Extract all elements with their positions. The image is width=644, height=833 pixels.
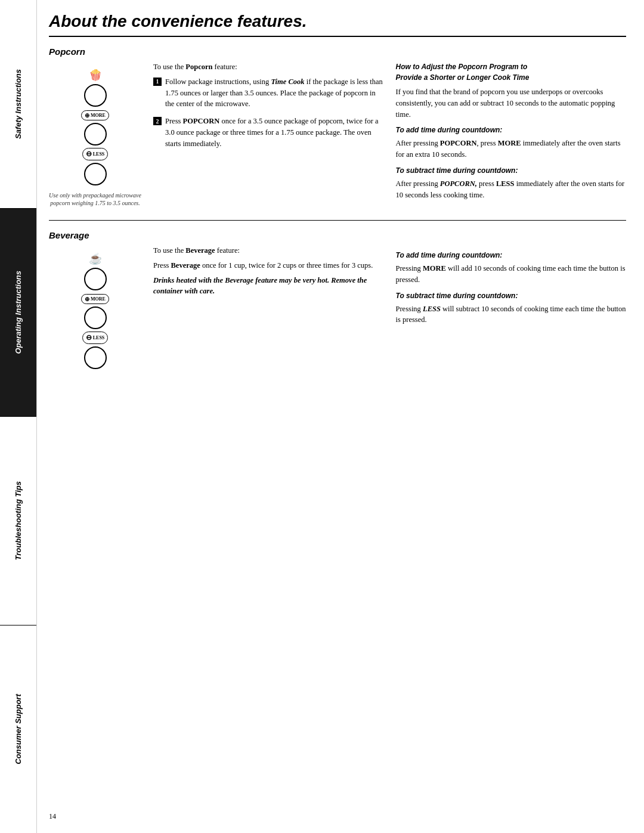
step2-text: Press POPCORN once for a 3.5 ounce packa… bbox=[165, 116, 384, 149]
beverage-middle-col: To use the Beverage feature: Press Bever… bbox=[153, 245, 384, 370]
sidebar-section-troubleshooting: Troubleshooting Tips bbox=[0, 417, 36, 625]
cup-symbol: ☕ bbox=[89, 252, 102, 265]
popcorn-symbol: 🍿 bbox=[89, 69, 102, 82]
beverage-subtract-heading: To subtract time during countdown: bbox=[396, 290, 627, 301]
sidebar-section-consumer: Consumer Support bbox=[0, 625, 36, 834]
popcorn-add-time-heading: To add time during countdown: bbox=[396, 125, 627, 135]
sidebar-section-safety: Safety Instructions bbox=[0, 0, 36, 209]
beverage-right-col: To add time during countdown: Pressing M… bbox=[396, 245, 627, 370]
page-number: 14 bbox=[49, 800, 626, 821]
section-divider bbox=[49, 220, 626, 221]
popcorn-add-time-text: After pressing POPCORN, press MORE immed… bbox=[396, 138, 627, 160]
beverage-warning: Drinks heated with the Beverage feature … bbox=[153, 275, 384, 298]
title-rule bbox=[49, 36, 626, 37]
beverage-more-circle bbox=[84, 306, 107, 329]
sidebar-label-operating: Operating Instructions bbox=[14, 271, 23, 354]
beverage-button-icon: ☕ bbox=[84, 252, 107, 292]
beverage-subtract-text: Pressing LESS will subtract 10 seconds o… bbox=[396, 304, 627, 326]
popcorn-step1: 1 Follow package instructions, using Tim… bbox=[153, 76, 384, 110]
beverage-usage: Press Beverage once for 1 cup, twice for… bbox=[153, 260, 384, 271]
beverage-add-time-text: Pressing MORE will add 10 seconds of coo… bbox=[396, 263, 627, 286]
sidebar-label-troubleshooting: Troubleshooting Tips bbox=[14, 481, 23, 560]
more-button: ⊕ MORE bbox=[81, 110, 109, 120]
popcorn-subtract-heading: To subtract time during countdown: bbox=[396, 165, 627, 176]
beverage-section: Beverage ☕ ⊕ MORE ⊖ LESS bbox=[49, 230, 626, 370]
beverage-intro: To use the Beverage feature: bbox=[153, 245, 384, 256]
step2-num: 2 bbox=[153, 117, 162, 125]
popcorn-step2: 2 Press POPCORN once for a 3.5 ounce pac… bbox=[153, 116, 384, 149]
popcorn-illustration: 🍿 ⊕ MORE ⊖ LESS Use only with prepackage… bbox=[49, 61, 141, 210]
page-title: About the convenience features. bbox=[49, 12, 626, 31]
popcorn-section: Popcorn 🍿 ⊕ MORE ⊖ LESS Use only wit bbox=[49, 47, 626, 210]
sidebar-label-safety: Safety Instructions bbox=[14, 69, 23, 139]
popcorn-right-col: How to Adjust the Popcorn Program to Pro… bbox=[396, 61, 627, 210]
beverage-illustration: ☕ ⊕ MORE ⊖ LESS bbox=[49, 245, 141, 370]
more-circle-btn bbox=[84, 123, 107, 145]
popcorn-circle-btn bbox=[84, 84, 107, 107]
popcorn-adjust-intro: If you find that the brand of popcorn yo… bbox=[396, 86, 627, 120]
popcorn-subtract-text: After pressing POPCORN, press LESS immed… bbox=[396, 178, 627, 201]
sidebar-label-consumer: Consumer Support bbox=[14, 694, 23, 764]
main-content: About the convenience features. Popcorn … bbox=[37, 0, 644, 833]
beverage-more-button: ⊕ MORE bbox=[81, 294, 109, 304]
beverage-less-button: ⊖ LESS bbox=[82, 332, 109, 344]
popcorn-heading: Popcorn bbox=[49, 47, 626, 57]
popcorn-button-icon: 🍿 bbox=[84, 69, 107, 108]
popcorn-middle-col: To use the Popcorn feature: 1 Follow pac… bbox=[153, 61, 384, 210]
sidebar: Safety Instructions Operating Instructio… bbox=[0, 0, 37, 833]
step1-num: 1 bbox=[153, 78, 162, 86]
beverage-less-circle bbox=[84, 346, 107, 369]
popcorn-illustration-note: Use only with prepackaged microwave popc… bbox=[49, 191, 141, 207]
popcorn-intro: To use the Popcorn feature: bbox=[153, 61, 384, 73]
less-button: ⊖ LESS bbox=[82, 148, 109, 160]
beverage-heading: Beverage bbox=[49, 230, 626, 240]
popcorn-adjust-heading: How to Adjust the Popcorn Program to Pro… bbox=[396, 61, 627, 83]
sidebar-section-operating: Operating Instructions bbox=[0, 209, 36, 417]
step1-text: Follow package instructions, using Time … bbox=[165, 76, 384, 110]
beverage-circle-btn bbox=[84, 268, 107, 290]
beverage-add-time-heading: To add time during countdown: bbox=[396, 250, 627, 261]
less-circle-btn bbox=[84, 163, 107, 185]
